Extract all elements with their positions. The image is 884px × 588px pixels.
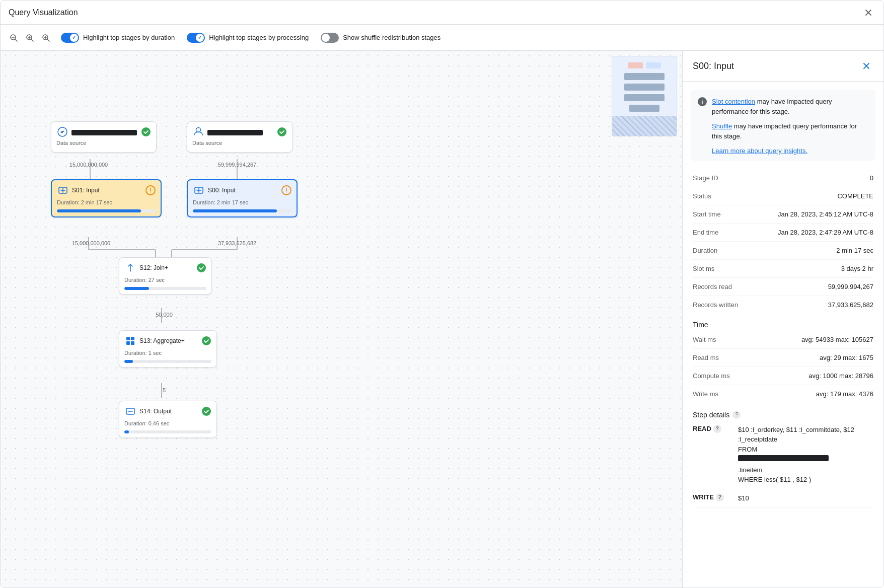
svg-point-31: [197, 263, 206, 272]
write-help-icon[interactable]: ?: [716, 493, 724, 501]
S01-icon: [57, 184, 69, 196]
panel-close-button[interactable]: [859, 59, 873, 73]
S12-icon: [124, 262, 136, 274]
label-ds1-s01: 15,000,000,000: [56, 162, 121, 168]
stat-duration: Duration 2 min 17 sec: [693, 242, 873, 260]
stat-records-read: Records read 59,999,994,267: [693, 278, 873, 296]
svg-point-24: [277, 127, 286, 136]
svg-text:!: !: [285, 187, 287, 193]
node-S12[interactable]: S12: Join+ Duration: 27 sec: [119, 257, 212, 295]
toggle-shuffle[interactable]: Show shuffle redistribution stages: [321, 33, 440, 43]
toggle-shuffle-label: Show shuffle redistribution stages: [343, 34, 440, 41]
svg-line-1: [15, 39, 17, 41]
read-help-icon[interactable]: ?: [713, 425, 721, 433]
svg-rect-34: [126, 341, 130, 345]
label-ds2-s00: 59,999,994,267: [197, 162, 277, 168]
mini-map[interactable]: [612, 56, 677, 136]
step-details-section: READ ? $10 :l_orderkey, $11 :l_commitdat…: [683, 421, 883, 516]
node-S13[interactable]: S13: Aggregate+ Duration: 1 sec: [119, 330, 217, 368]
S00-duration: Duration: 2 min 17 sec: [188, 198, 297, 207]
S00-title: S00: Input: [208, 187, 278, 194]
stat-read-ms: Read ms avg: 29 max: 1675: [693, 349, 873, 367]
S13-badge: [201, 336, 211, 346]
svg-point-38: [202, 407, 211, 416]
info-text-1: Slot contention may have impacted query …: [712, 97, 868, 116]
step-write: WRITE ? $10: [693, 489, 873, 508]
zoom-in-button[interactable]: [23, 31, 37, 45]
learn-more-link[interactable]: Learn more about query insights.: [712, 147, 807, 155]
stat-records-written: Records written 37,933,625,682: [693, 296, 873, 314]
svg-rect-32: [126, 337, 130, 340]
time-section: Wait ms avg: 54933 max: 105627 Read ms a…: [683, 331, 883, 403]
S14-badge: [201, 406, 211, 416]
datasource2-type: Data source: [187, 140, 292, 148]
S14-progress: [124, 430, 211, 433]
svg-text:!: !: [150, 187, 152, 193]
step-details-header: Step details: [693, 411, 729, 419]
write-value: $10: [738, 493, 873, 503]
stat-status: Status COMPLETE: [693, 187, 873, 205]
S14-duration: Duration: 0.46 sec: [119, 419, 216, 428]
window-title: Query Visualization: [9, 8, 78, 17]
node-datasource1[interactable]: Data source: [51, 121, 157, 153]
step-details-help-icon[interactable]: ?: [732, 411, 741, 419]
S01-duration: Duration: 2 min 17 sec: [52, 198, 161, 207]
label-s12-s13: 50,000: [146, 312, 182, 318]
datasource1-badge: [141, 127, 151, 137]
stat-wait-ms: Wait ms avg: 54933 max: 105627: [693, 331, 873, 349]
svg-point-23: [196, 128, 201, 132]
stat-end-time: End time Jan 28, 2023, 2:47:29 AM UTC-8: [693, 224, 873, 242]
S12-title: S12: Join+: [139, 264, 193, 271]
node-S00[interactable]: S00: Input ! Duration: 2 min 17 sec: [187, 179, 298, 217]
panel-title: S00: Input: [693, 61, 734, 71]
S14-title: S14: Output: [139, 408, 198, 415]
stat-write-ms: Write ms avg: 179 max: 4376: [693, 385, 873, 403]
info-text-3: Learn more about query insights.: [712, 146, 807, 156]
S01-progress: [57, 209, 156, 212]
toggle-duration-label: Highlight top stages by duration: [83, 34, 175, 41]
shuffle-link[interactable]: Shuffle: [712, 122, 732, 130]
svg-point-36: [202, 336, 211, 345]
toggle-processing[interactable]: ✓ Highlight top stages by processing: [187, 33, 309, 43]
zoom-reset-button[interactable]: [39, 31, 53, 45]
S01-badge: !: [145, 185, 156, 195]
svg-line-4: [31, 39, 33, 41]
S00-icon: [193, 184, 205, 196]
datasource2-icon: [192, 126, 204, 138]
toggle-duration[interactable]: ✓ Highlight top stages by duration: [61, 33, 175, 43]
svg-point-22: [141, 127, 151, 136]
time-section-header: Time: [683, 314, 883, 331]
label-s13-s14: 5: [157, 387, 172, 393]
label-s00-s12: 37,933,625,682: [197, 240, 277, 246]
node-datasource2[interactable]: Data source: [187, 121, 292, 153]
slot-contention-link[interactable]: Slot contention: [712, 98, 755, 105]
canvas-area: Data source Data source 15: [1, 51, 682, 587]
S13-icon: [124, 335, 136, 347]
label-s01-s12: 15,000,000,000: [51, 240, 131, 246]
S13-title: S13: Aggregate+: [139, 337, 198, 344]
S12-duration: Duration: 27 sec: [119, 276, 211, 285]
S00-badge: !: [281, 185, 291, 195]
stat-compute-ms: Compute ms avg: 1000 max: 28796: [693, 367, 873, 385]
info-icon-1: i: [698, 97, 707, 106]
info-text-2: Shuffle may have impacted query performa…: [712, 121, 868, 141]
datasource1-type: Data source: [51, 140, 156, 148]
window-close-button[interactable]: [861, 6, 875, 20]
S13-duration: Duration: 1 sec: [119, 349, 216, 358]
zoom-out-button[interactable]: [7, 31, 21, 45]
S12-progress: [124, 287, 206, 290]
stat-start-time: Start time Jan 28, 2023, 2:45:12 AM UTC-…: [693, 205, 873, 224]
node-S14[interactable]: S14: Output Duration: 0.46 sec: [119, 401, 217, 438]
svg-rect-33: [131, 337, 134, 340]
svg-line-8: [47, 39, 49, 41]
svg-rect-35: [131, 341, 134, 345]
datasource1-icon: [56, 126, 68, 138]
stat-slot-ms: Slot ms 3 days 2 hr: [693, 260, 873, 278]
zoom-controls: [7, 31, 53, 45]
S01-title: S01: Input: [72, 187, 142, 194]
S14-icon: [124, 405, 136, 417]
node-S01[interactable]: S01: Input ! Duration: 2 min 17 sec: [51, 179, 162, 217]
datasource2-badge: [277, 127, 287, 137]
read-value: $10 :l_orderkey, $11 :l_commitdate, $12 …: [738, 425, 873, 485]
S13-progress: [124, 360, 211, 363]
